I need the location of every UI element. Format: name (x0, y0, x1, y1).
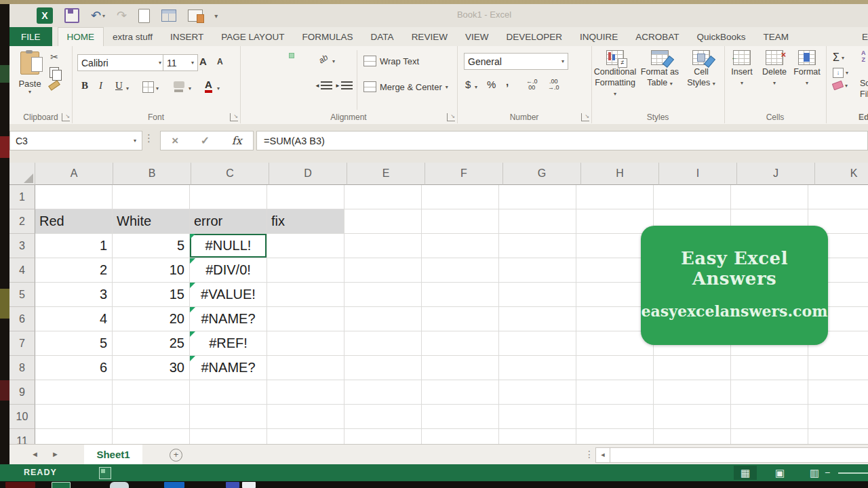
ribbon-tab-team[interactable]: TEAM (755, 27, 798, 46)
cell-A3[interactable]: 1 (35, 234, 113, 258)
row-header-5[interactable]: 5 (9, 283, 35, 307)
cell-B6[interactable]: 20 (113, 307, 190, 331)
horizontal-scrollbar[interactable] (610, 447, 868, 463)
cell-G8[interactable] (499, 356, 576, 380)
column-header-a[interactable]: A (35, 163, 113, 185)
cell-E3[interactable] (344, 234, 422, 258)
cell-K8[interactable] (808, 356, 868, 380)
cell-H8[interactable] (576, 356, 654, 380)
undo-caret-icon[interactable]: ▾ (102, 13, 105, 19)
cell-E11[interactable] (344, 429, 422, 444)
autosum-button[interactable]: Σ ▾ (833, 52, 848, 64)
cell-K11[interactable] (808, 429, 868, 444)
cell-C9[interactable] (190, 380, 267, 405)
cell-B10[interactable] (113, 405, 190, 429)
cell-G1[interactable] (499, 185, 576, 209)
zoom-slider[interactable] (838, 472, 868, 474)
select-all-corner[interactable] (9, 163, 35, 185)
font-size-select[interactable]: 11 ▾ (163, 54, 198, 71)
row-header-8[interactable]: 8 (9, 356, 35, 380)
page-break-view-icon[interactable]: ▥ (803, 466, 826, 480)
cell-A10[interactable] (35, 405, 113, 429)
ribbon-tab-quickbooks[interactable]: QuickBooks (688, 27, 754, 46)
taskbar-icon[interactable] (242, 482, 256, 488)
formula-bar-resize-handle[interactable]: ⋮ (144, 132, 154, 144)
accounting-caret-icon[interactable]: ▾ (475, 84, 477, 90)
decrease-indent-button[interactable]: ◄ (315, 81, 332, 90)
ribbon-tab-partial[interactable]: E (855, 27, 868, 46)
borders-icon[interactable] (142, 81, 154, 93)
cell-A11[interactable] (35, 429, 113, 444)
cell-A9[interactable] (35, 380, 113, 405)
cell-I11[interactable] (654, 429, 731, 444)
ribbon-tab-extra-stuff[interactable]: extra stuff (104, 27, 161, 46)
cell-C7[interactable]: #REF! (190, 331, 267, 356)
column-header-i[interactable]: I (659, 163, 737, 185)
cell-B9[interactable] (113, 380, 190, 405)
scroll-left-icon[interactable]: ◄ (595, 447, 610, 463)
decrease-font-size-button[interactable]: A (217, 57, 223, 66)
fill-color-icon[interactable] (174, 81, 184, 88)
cell-D2[interactable]: fix (267, 209, 344, 234)
taskbar-icon[interactable] (226, 482, 239, 488)
column-header-f[interactable]: F (425, 163, 503, 185)
column-header-g[interactable]: G (503, 163, 581, 185)
ribbon-tab-insert[interactable]: INSERT (161, 27, 212, 46)
increase-decimal-button[interactable]: ←.0 00 (526, 79, 538, 91)
customize-qat-icon[interactable]: ▾ (214, 12, 218, 20)
cell-E7[interactable] (344, 331, 422, 356)
paste-button[interactable]: Paste ▾ (15, 52, 45, 111)
cell-D5[interactable] (267, 283, 344, 307)
wrap-text-button[interactable]: Wrap Text (363, 56, 419, 66)
cell-C4[interactable]: #DIV/0! (190, 258, 267, 283)
macro-record-icon[interactable] (99, 467, 111, 479)
new-sheet-icon[interactable]: + (170, 449, 182, 462)
cell-F5[interactable] (422, 283, 499, 307)
row-header-11[interactable]: 11 (9, 429, 35, 444)
cell-D4[interactable] (267, 258, 344, 283)
ribbon-tab-developer[interactable]: DEVELOPER (497, 27, 571, 46)
cell-G6[interactable] (499, 307, 576, 331)
insert-function-icon[interactable]: fx (232, 134, 242, 147)
cell-E2[interactable] (344, 209, 422, 234)
top-align-button[interactable] (245, 53, 251, 58)
sort-filter-label-1[interactable]: Sor (860, 79, 868, 88)
copy-icon[interactable] (50, 67, 59, 78)
taskbar-icon[interactable] (52, 482, 71, 488)
increase-indent-button[interactable]: ► (335, 81, 353, 90)
column-header-c[interactable]: C (191, 163, 269, 185)
cell-E4[interactable] (344, 258, 422, 283)
cell-F2[interactable] (422, 209, 499, 234)
excel-logo-icon[interactable]: X (37, 7, 53, 24)
cell-E8[interactable] (344, 356, 422, 380)
taskbar-icon[interactable] (110, 482, 129, 488)
cell-B3[interactable]: 5 (113, 234, 190, 258)
cell-B8[interactable]: 30 (113, 356, 190, 380)
borders-caret-icon[interactable]: ▾ (156, 85, 159, 92)
column-header-b[interactable]: B (113, 163, 191, 185)
new-document-icon[interactable] (138, 9, 150, 23)
cell-D10[interactable] (267, 405, 344, 429)
cell-B5[interactable]: 15 (113, 283, 190, 307)
cell-A4[interactable]: 2 (35, 258, 113, 283)
cell-K1[interactable] (808, 185, 868, 209)
conditional-formatting-button[interactable]: ≠ Conditional Formatting ▾ (593, 50, 637, 99)
quick-form-icon[interactable] (188, 9, 203, 22)
cell-C3[interactable]: #NULL! (190, 234, 267, 258)
row-header-4[interactable]: 4 (9, 258, 35, 283)
cell-I9[interactable] (654, 380, 731, 405)
ribbon-tab-home[interactable]: HOME (58, 27, 104, 46)
middle-align-button[interactable] (267, 53, 273, 58)
cell-F8[interactable] (422, 356, 499, 380)
column-header-d[interactable]: D (269, 163, 347, 185)
column-header-h[interactable]: H (581, 163, 659, 185)
bold-button[interactable]: B (81, 80, 88, 92)
name-box-caret-icon[interactable]: ▾ (134, 138, 136, 144)
format-as-table-button[interactable]: Format as Table ▾ (639, 50, 681, 88)
cell-H9[interactable] (576, 380, 654, 405)
font-color-caret-icon[interactable]: ▾ (217, 85, 220, 92)
ribbon-tab-review[interactable]: REVIEW (403, 27, 456, 46)
cell-D1[interactable] (267, 185, 344, 209)
normal-view-icon[interactable]: ▦ (734, 466, 757, 480)
cell-H2[interactable] (576, 209, 654, 234)
